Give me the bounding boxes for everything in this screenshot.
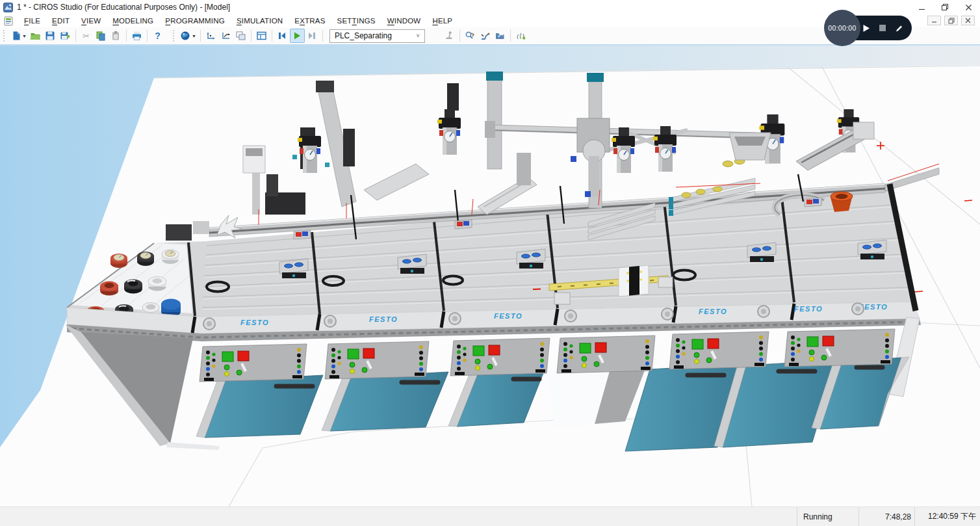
position-lists-button[interactable] [463, 29, 478, 43]
new-model-dropdown-icon[interactable]: ▼ [22, 34, 27, 38]
panel-led [563, 348, 567, 352]
start-button[interactable] [692, 339, 703, 349]
stop-button[interactable] [708, 339, 719, 348]
cut-button[interactable]: ✂ [79, 29, 94, 43]
mdi-minimize-button[interactable] [927, 16, 941, 25]
restore-button[interactable] [933, 0, 957, 14]
mdi-close-icon [965, 18, 971, 23]
start-button[interactable] [807, 337, 818, 347]
restore-icon [941, 3, 949, 11]
festo-logo: FESTO [494, 312, 522, 320]
save-as-icon [60, 31, 71, 41]
menu-programming[interactable]: PROGRAMMING [159, 16, 231, 26]
simulation-step-button[interactable] [305, 29, 320, 43]
menu-extras[interactable]: EXTRAS [289, 16, 331, 26]
gripper-hand-icon [515, 31, 526, 41]
cut-icon: ✂ [83, 31, 90, 41]
stop-button[interactable] [238, 351, 249, 361]
app-icon [3, 3, 13, 12]
sim-play-button[interactable] [862, 23, 871, 33]
simulation-reset-button[interactable] [275, 29, 290, 43]
chevron-down-icon: ˅ [417, 33, 420, 39]
indicator-yellow [695, 360, 699, 364]
panel-led [676, 344, 680, 348]
robot-programs-button[interactable] [493, 29, 508, 43]
menu-file[interactable]: FILE [18, 16, 46, 26]
stop-button[interactable] [363, 348, 374, 358]
render-globe-icon [180, 31, 190, 41]
start-button[interactable] [473, 346, 484, 356]
save-as-button[interactable] [58, 29, 73, 43]
robot-program-folder-icon [495, 31, 506, 41]
model-explorer-button[interactable] [254, 29, 269, 43]
panel-led [563, 359, 567, 363]
panel-led [563, 342, 567, 346]
simulation-time: 00:00:00 [824, 10, 860, 46]
new-model-button[interactable] [8, 29, 23, 43]
stop-button[interactable] [823, 336, 834, 346]
copy-button[interactable] [94, 29, 109, 43]
indicator-green [809, 350, 814, 355]
save-icon [45, 31, 55, 41]
festo-logo: FESTO [369, 315, 398, 323]
simulation-start-button[interactable] [290, 29, 305, 43]
control-panel-2[interactable] [325, 341, 429, 379]
menu-view[interactable]: VIEW [75, 16, 107, 26]
control-panel-1[interactable] [200, 344, 307, 382]
menu-settings[interactable]: SETTINGS [331, 16, 381, 26]
start-button[interactable] [580, 343, 591, 353]
menu-window[interactable]: WINDOW [381, 16, 427, 26]
start-button[interactable] [222, 352, 233, 362]
simulation-elapsed-time: 7:48,28 [858, 507, 914, 526]
panel-led [457, 345, 461, 348]
teach-robot-icon [480, 31, 491, 41]
view-mode-button[interactable] [178, 29, 193, 43]
viewport-3d[interactable]: FESTO FESTO FESTO FESTO FESTO FESTO [0, 44, 980, 506]
panel-led [331, 359, 335, 363]
panel-led [791, 341, 795, 345]
menu-simulation[interactable]: SIMULATION [231, 16, 289, 26]
print-button[interactable] [129, 29, 144, 43]
teach-in-button[interactable] [478, 29, 493, 43]
window-layout-button[interactable] [233, 29, 248, 43]
menu-modeling[interactable]: MODELING [107, 16, 159, 26]
paste-button[interactable] [109, 29, 123, 43]
control-panel-5[interactable] [669, 332, 769, 369]
start-button[interactable] [348, 349, 359, 359]
close-button[interactable] [957, 0, 980, 14]
save-button[interactable] [43, 29, 58, 43]
open-folder-icon [30, 31, 41, 41]
indicator-yellow [476, 366, 480, 371]
open-model-button[interactable] [28, 29, 43, 43]
joystick-icon [444, 31, 454, 41]
sim-stop-button[interactable] [878, 23, 887, 33]
play-icon [292, 31, 302, 41]
copy-icon [96, 31, 106, 41]
view-mode-dropdown-icon[interactable]: ▼ [192, 34, 196, 38]
joystick-button[interactable] [442, 29, 457, 43]
panel-led [791, 335, 795, 339]
sim-edit-button[interactable] [894, 23, 903, 33]
mdi-restore-button[interactable] [944, 16, 958, 25]
menu-edit[interactable]: EDIT [46, 16, 75, 26]
workpiece-positions-button[interactable] [218, 29, 233, 43]
panel-led [457, 362, 461, 365]
control-panel-6[interactable] [784, 329, 895, 367]
festo-logo: FESTO [794, 305, 823, 313]
menu-help[interactable]: HELP [426, 16, 458, 26]
workpiece-red-gauge [110, 254, 127, 268]
menu-items: FILEEDITVIEWMODELINGPROGRAMMINGSIMULATIO… [18, 16, 458, 26]
control-panel-3[interactable] [450, 338, 550, 376]
coordinate-systems-button[interactable] [203, 29, 218, 43]
stop-button[interactable] [489, 345, 500, 355]
panel-led [331, 348, 335, 352]
help-button[interactable]: ? [150, 29, 165, 43]
panel-led [206, 373, 210, 376]
gripper-control-button[interactable] [513, 29, 528, 43]
stop-button[interactable] [595, 343, 606, 352]
system-clock: 12:40:59 下午 [914, 507, 980, 526]
toolbar-separator [147, 30, 148, 42]
control-panel-4[interactable] [557, 335, 655, 373]
plc-program-select[interactable]: PLC_Separating ˅ [329, 29, 425, 43]
mdi-close-button[interactable] [961, 16, 975, 25]
